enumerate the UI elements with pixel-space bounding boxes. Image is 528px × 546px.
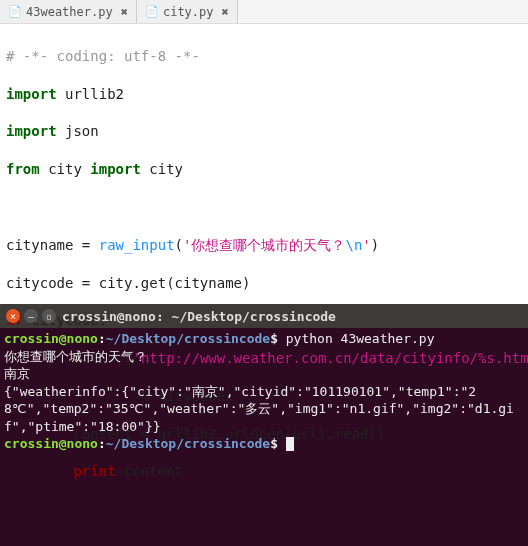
command-text: python 43weather.py	[278, 331, 435, 346]
window-buttons: × – ▫	[6, 309, 56, 323]
assign-lhs: cityname =	[6, 237, 99, 253]
code-text: citycode = city.get(cityname)	[6, 275, 250, 291]
string-literal: 'http://www.weather.com.cn/data/cityinfo…	[132, 350, 528, 366]
output-line: 南京	[4, 366, 30, 381]
kw-import: import	[90, 161, 141, 177]
module-name: json	[57, 123, 99, 139]
prompt-path: ~/Desktop/crossincode	[106, 331, 270, 346]
kw-import: import	[6, 123, 57, 139]
window-minimize-button[interactable]: –	[24, 309, 38, 323]
indent	[6, 463, 73, 479]
prompt-dollar: $	[270, 436, 278, 451]
builtin-fn: raw_input	[99, 237, 175, 253]
close-icon[interactable]: ✖	[121, 5, 128, 19]
output-line: 你想查哪个城市的天气？	[4, 349, 147, 364]
terminal-title: crossin@nono: ~/Desktop/crossincode	[62, 309, 336, 324]
tab-label: 43weather.py	[26, 5, 113, 19]
prompt-dollar: $	[270, 331, 278, 346]
tab-city[interactable]: 📄 city.py ✖	[137, 0, 238, 23]
prompt-space	[278, 436, 286, 451]
code-comment: # -*- coding: utf-8 -*-	[6, 48, 200, 64]
paren-open: (	[175, 237, 183, 253]
prompt-user: crossin@nono	[4, 436, 98, 451]
code-text: content	[116, 463, 183, 479]
prompt-path: ~/Desktop/crossincode	[106, 436, 270, 451]
kw-from: from	[6, 161, 40, 177]
terminal-cursor	[286, 437, 294, 451]
prompt-user: crossin@nono	[4, 331, 98, 346]
code-editor[interactable]: # -*- coding: utf-8 -*- import urllib2 i…	[0, 24, 528, 304]
module-name: city	[40, 161, 91, 177]
tab-label: city.py	[163, 5, 214, 19]
module-name: urllib2	[57, 86, 124, 102]
prompt-sep: :	[98, 436, 106, 451]
window-close-button[interactable]: ×	[6, 309, 20, 323]
window-maximize-button[interactable]: ▫	[42, 309, 56, 323]
file-icon: 📄	[145, 5, 159, 18]
kw-print: print	[73, 463, 115, 479]
close-icon[interactable]: ✖	[222, 5, 229, 19]
file-icon: 📄	[8, 5, 22, 18]
paren-close: )	[371, 237, 379, 253]
terminal-body[interactable]: crossin@nono:~/Desktop/crossincode$ pyth…	[0, 328, 528, 455]
prompt-sep: :	[98, 331, 106, 346]
editor-tabs: 📄 43weather.py ✖ 📄 city.py ✖	[0, 0, 528, 24]
symbol-name: city	[141, 161, 183, 177]
tab-43weather[interactable]: 📄 43weather.py ✖	[0, 0, 137, 23]
kw-import: import	[6, 86, 57, 102]
string-literal: '你想查哪个城市的天气？\n'	[183, 237, 371, 253]
